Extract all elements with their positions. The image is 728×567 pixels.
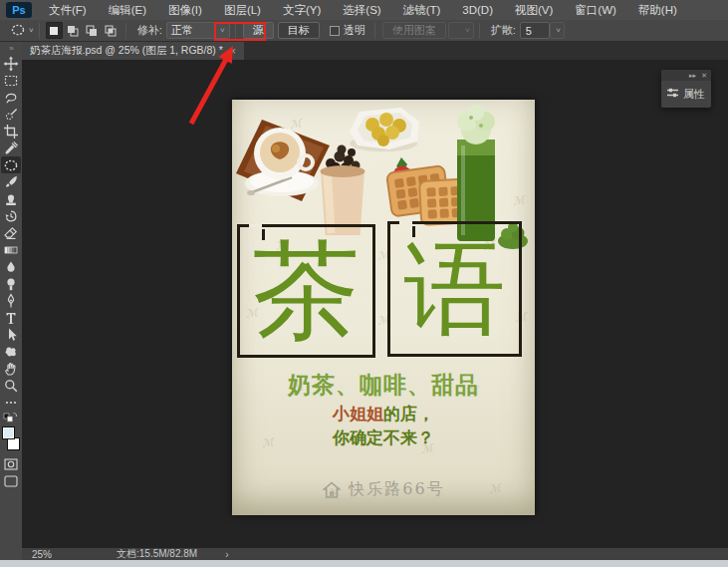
- patch-mode-label: 修补:: [137, 23, 162, 38]
- properties-icon: [666, 85, 679, 103]
- add-to-selection-button[interactable]: [65, 22, 82, 39]
- move-tool-icon[interactable]: [1, 55, 21, 72]
- document-title: 奶茶店海报.psd @ 25% (图层 1, RGB/8) *: [30, 44, 223, 58]
- separator: [479, 23, 480, 39]
- transparent-label: 透明: [344, 23, 365, 38]
- blur-tool-icon[interactable]: [1, 258, 21, 275]
- menu-bar: Ps 文件(F) 编辑(E) 图像(I) 图层(L) 文字(Y) 选择(S) 滤…: [0, 0, 728, 20]
- poster-slogan-line2: 你确定不来？: [232, 426, 535, 449]
- chevron-down-icon: ˅: [465, 26, 470, 35]
- properties-panel[interactable]: ▸▸ ✕ 属性: [661, 70, 711, 108]
- poster-slogan-emphasis: 小姐姐: [333, 405, 383, 424]
- default-colors-icon[interactable]: [1, 411, 21, 423]
- collapse-panel-icon[interactable]: ▸▸: [689, 72, 696, 79]
- brush-tool-icon[interactable]: [1, 173, 21, 190]
- poster-slogan-rest: 的店，: [383, 405, 434, 424]
- title-frame-left: 茶: [237, 224, 375, 358]
- separator: [125, 23, 126, 39]
- edit-toolbar-ellipsis-icon[interactable]: [1, 394, 21, 411]
- use-pattern-button: 使用图案: [382, 22, 446, 39]
- separator: [374, 23, 375, 39]
- chevron-down-icon: ˅: [556, 26, 561, 35]
- menu-image[interactable]: 图像(I): [157, 0, 213, 20]
- patch-mode-value: 正常: [171, 23, 193, 38]
- properties-panel-header: ▸▸ ✕: [661, 70, 711, 81]
- title-frame-right: 语: [387, 221, 522, 357]
- coffee-cup-photo: [236, 120, 330, 201]
- boba-milk-tea-photo: [321, 145, 365, 236]
- patch-mode-select[interactable]: 正常 ˅: [166, 22, 230, 39]
- rectangular-marquee-tool-icon[interactable]: [1, 72, 21, 89]
- menu-window[interactable]: 窗口(W): [564, 0, 627, 20]
- separator: [39, 23, 40, 39]
- menu-help[interactable]: 帮助(H): [627, 0, 688, 20]
- tool-preset-picker[interactable]: ˅: [10, 22, 34, 40]
- poster-title-char-right: 语: [390, 224, 519, 354]
- status-options-chevron[interactable]: ›: [225, 549, 228, 560]
- document-tab-bar: 奶茶店海报.psd @ 25% (图层 1, RGB/8) * ×: [22, 42, 728, 60]
- patch-tool-preset-icon: [10, 22, 26, 40]
- menu-view[interactable]: 视图(V): [504, 0, 564, 20]
- menu-type[interactable]: 文字(Y): [272, 0, 332, 20]
- foreground-color-swatch[interactable]: [2, 426, 15, 439]
- diffusion-value-field[interactable]: 5: [520, 22, 550, 39]
- close-icon[interactable]: ✕: [701, 72, 707, 79]
- poster-address-text: 快乐路66号: [349, 479, 444, 500]
- separator: [235, 23, 236, 39]
- quick-mask-mode-icon[interactable]: [1, 455, 21, 472]
- custom-shape-tool-icon[interactable]: [1, 343, 21, 360]
- close-icon[interactable]: ×: [230, 46, 236, 57]
- document-tab[interactable]: 奶茶店海报.psd @ 25% (图层 1, RGB/8) * ×: [22, 42, 244, 60]
- zoom-tool-icon[interactable]: [1, 377, 21, 394]
- chevron-down-icon: ˅: [220, 26, 225, 35]
- screen-mode-icon[interactable]: [1, 472, 21, 489]
- transparent-checkbox[interactable]: [330, 26, 340, 36]
- window-bottom-strip: [0, 560, 728, 567]
- gradient-tool-icon[interactable]: [1, 241, 21, 258]
- tools-panel: »: [0, 42, 22, 560]
- poster-slogan-line1: 小姐姐的店，: [232, 403, 535, 425]
- source-button[interactable]: 源: [243, 22, 274, 39]
- patch-tool-icon[interactable]: [1, 156, 21, 173]
- poster-title-char-left: 茶: [240, 227, 372, 355]
- pattern-picker-select: ˅: [448, 22, 474, 39]
- menu-3d[interactable]: 3D(D): [451, 0, 504, 20]
- eyedropper-tool-icon[interactable]: [1, 140, 21, 156]
- hand-tool-icon[interactable]: [1, 360, 21, 377]
- eraser-tool-icon[interactable]: [1, 224, 21, 241]
- tool-options-bar: ˅ 修补: 正常 ˅ 源 目标 透明 使用图案 ˅ 扩散: 5 ˅: [0, 20, 728, 42]
- zoom-level-field[interactable]: 25%: [32, 549, 77, 560]
- clone-stamp-tool-icon[interactable]: [1, 190, 21, 207]
- properties-tab-label[interactable]: 属性: [683, 87, 705, 102]
- photoshop-logo: Ps: [6, 2, 32, 18]
- destination-button[interactable]: 目标: [278, 22, 320, 39]
- poster-subtitle: 奶茶、咖啡、甜品: [232, 370, 535, 401]
- foreground-background-color-swatches[interactable]: [1, 425, 21, 451]
- quick-selection-tool-icon[interactable]: [1, 106, 21, 123]
- poster-document[interactable]: ℳ ℳ ℳ ℳ ℳ ℳ ℳ ℳ ℳ ℳ ℳ ℳ ℳ ℳ ℳ ℳ ℳ ℳ: [232, 100, 535, 515]
- menu-select[interactable]: 选择(S): [332, 0, 391, 20]
- intersect-selection-button[interactable]: [103, 22, 120, 39]
- path-selection-tool-icon[interactable]: [1, 326, 21, 343]
- canvas-area[interactable]: ▸▸ ✕ 属性 ℳ ℳ ℳ ℳ ℳ ℳ ℳ ℳ ℳ ℳ ℳ ℳ ℳ ℳ ℳ ℳ …: [22, 60, 728, 548]
- subtract-from-selection-button[interactable]: [84, 22, 101, 39]
- menu-edit[interactable]: 编辑(E): [98, 0, 157, 20]
- dodge-tool-icon[interactable]: [1, 275, 21, 292]
- history-brush-tool-icon[interactable]: [1, 207, 21, 224]
- poster-address: 快乐路66号: [232, 479, 535, 500]
- menu-filter[interactable]: 滤镜(T): [392, 0, 452, 20]
- diffusion-dropdown[interactable]: ˅: [550, 22, 565, 39]
- document-size-info: 文档:15.5M/82.8M: [117, 547, 197, 561]
- chevron-down-icon: ˅: [29, 26, 34, 35]
- pen-tool-icon[interactable]: [1, 292, 21, 309]
- crop-tool-icon[interactable]: [1, 123, 21, 140]
- collapse-panel-icon[interactable]: »: [9, 42, 12, 55]
- lasso-tool-icon[interactable]: [1, 89, 21, 106]
- menu-layer[interactable]: 图层(L): [213, 0, 272, 20]
- type-tool-icon[interactable]: [1, 309, 21, 326]
- dessert-plate-photo: [350, 108, 419, 151]
- new-selection-button[interactable]: [46, 22, 63, 39]
- status-bar: 25% 文档:15.5M/82.8M ›: [22, 548, 728, 560]
- house-icon: [322, 480, 342, 500]
- menu-file[interactable]: 文件(F): [38, 0, 98, 20]
